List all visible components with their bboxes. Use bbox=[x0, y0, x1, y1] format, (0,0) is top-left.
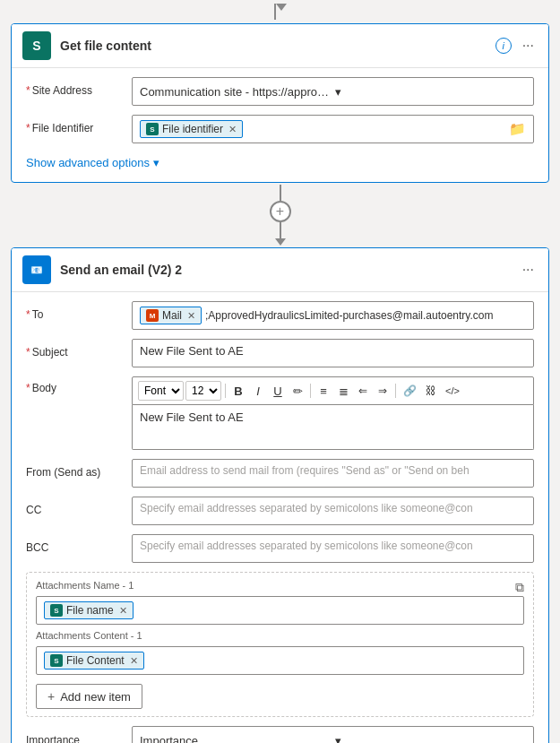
toolbar-divider-2 bbox=[310, 384, 311, 398]
to-row: *To M Mail ✕ ;ApprovedHydraulicsLimited-… bbox=[26, 301, 534, 330]
body-toolbar: Font 12 B I U ✏ ≡ ≣ ⇐ ⇒ 🔗 bbox=[132, 376, 534, 405]
attachments-section: Attachments Name - 1 ⧉ S File name ✕ Att… bbox=[26, 572, 534, 717]
bold-button[interactable]: B bbox=[229, 381, 247, 401]
importance-row: Importance Importance ▾ bbox=[26, 726, 534, 743]
get-file-content-body: *Site Address Communication site - https… bbox=[12, 68, 548, 182]
bcc-field[interactable]: Specify email addresses separated by sem… bbox=[132, 534, 534, 563]
remove-file-content-token-button[interactable]: ✕ bbox=[130, 655, 138, 667]
from-control: Email address to send mail from (require… bbox=[132, 459, 534, 488]
file-name-token-icon: S bbox=[50, 604, 63, 617]
header-actions: i ··· bbox=[495, 36, 538, 56]
to-email-text: ;ApprovedHydraulicsLimited-purchases@mai… bbox=[205, 309, 493, 322]
connector-line-2 bbox=[280, 185, 281, 201]
subject-field[interactable]: New File Sent to AE bbox=[132, 339, 534, 367]
sharepoint-icon: S bbox=[22, 31, 51, 60]
chevron-down-icon: ▾ bbox=[153, 156, 159, 169]
add-icon: + bbox=[47, 689, 55, 704]
unlink-button[interactable]: ⛓ bbox=[422, 381, 440, 401]
attachments-name-label: Attachments Name - 1 ⧉ bbox=[36, 580, 524, 591]
add-connector: + bbox=[0, 183, 560, 247]
cc-control: Specify email addresses separated by sem… bbox=[132, 497, 534, 525]
remove-mail-token-button[interactable]: ✕ bbox=[187, 310, 195, 322]
font-size-selector[interactable]: 12 bbox=[185, 381, 221, 401]
italic-button[interactable]: I bbox=[249, 381, 267, 401]
site-address-chevron: ▾ bbox=[335, 85, 527, 99]
bcc-label: BCC bbox=[26, 534, 125, 554]
underline-button[interactable]: U bbox=[269, 381, 287, 401]
send-email-header: 📧 Send an email (V2) 2 ··· bbox=[12, 248, 548, 292]
attachments-copy-icon[interactable]: ⧉ bbox=[515, 580, 524, 595]
toolbar-divider-1 bbox=[225, 384, 226, 398]
importance-label: Importance bbox=[26, 734, 125, 743]
cc-label: CC bbox=[26, 497, 125, 516]
send-email-header-actions: ··· bbox=[519, 260, 538, 280]
bcc-control: Specify email addresses separated by sem… bbox=[132, 534, 534, 563]
cc-row: CC Specify email addresses separated by … bbox=[26, 497, 534, 525]
subject-control: New File Sent to AE bbox=[132, 339, 534, 367]
mail-token: M Mail ✕ bbox=[140, 307, 202, 324]
body-text-area[interactable]: New File Sent to AE bbox=[132, 405, 534, 450]
arrow-down-icon-2 bbox=[275, 238, 286, 246]
send-email-more-options-button[interactable]: ··· bbox=[519, 260, 538, 280]
outlook-icon: 📧 bbox=[22, 255, 51, 284]
file-identifier-control: S File identifier ✕ 📁 bbox=[132, 115, 534, 143]
send-email-title: Send an email (V2) 2 bbox=[60, 263, 510, 277]
add-new-item-button[interactable]: + Add new item bbox=[36, 684, 142, 709]
body-control: Font 12 B I U ✏ ≡ ≣ ⇐ ⇒ 🔗 bbox=[132, 376, 534, 450]
from-field[interactable]: Email address to send mail from (require… bbox=[132, 459, 534, 488]
connector-line-3 bbox=[280, 222, 281, 238]
get-file-content-title: Get file content bbox=[60, 39, 487, 53]
top-connector bbox=[0, 0, 560, 23]
folder-icon[interactable]: 📁 bbox=[509, 121, 526, 137]
get-file-content-card: S Get file content i ··· *Site Address C… bbox=[11, 23, 549, 183]
body-label: *Body bbox=[26, 376, 125, 394]
more-options-button[interactable]: ··· bbox=[519, 36, 538, 56]
unordered-list-button[interactable]: ≡ bbox=[314, 381, 332, 401]
send-email-body: *To M Mail ✕ ;ApprovedHydraulicsLimited-… bbox=[12, 292, 548, 743]
site-address-row: *Site Address Communication site - https… bbox=[26, 77, 534, 106]
attachments-content-label: Attachments Content - 1 bbox=[36, 630, 524, 641]
add-step-button[interactable]: + bbox=[270, 201, 291, 222]
attachments-name-field[interactable]: S File name ✕ bbox=[36, 596, 524, 625]
cc-field[interactable]: Specify email addresses separated by sem… bbox=[132, 497, 534, 525]
send-email-card: 📧 Send an email (V2) 2 ··· *To M Mail ✕ … bbox=[11, 247, 549, 743]
indent-decrease-button[interactable]: ⇐ bbox=[354, 381, 372, 401]
body-row: *Body Font 12 B I U ✏ ≡ ≣ bbox=[26, 376, 534, 450]
remove-file-identifier-button[interactable]: ✕ bbox=[228, 124, 237, 135]
file-content-token: S File Content ✕ bbox=[44, 652, 144, 670]
ordered-list-button[interactable]: ≣ bbox=[334, 381, 352, 401]
remove-file-name-token-button[interactable]: ✕ bbox=[119, 605, 127, 617]
get-file-content-header: S Get file content i ··· bbox=[12, 24, 548, 68]
subject-label: *Subject bbox=[26, 339, 125, 359]
site-address-control: Communication site - https://approvedhyd… bbox=[132, 77, 534, 106]
file-identifier-token: S File identifier ✕ bbox=[140, 120, 243, 138]
from-label: From (Send as) bbox=[26, 459, 125, 479]
toolbar-divider-3 bbox=[395, 384, 396, 398]
file-identifier-label: *File Identifier bbox=[26, 115, 125, 134]
token-sharepoint-icon: S bbox=[146, 123, 159, 135]
site-address-label: *Site Address bbox=[26, 77, 125, 97]
indent-increase-button[interactable]: ⇒ bbox=[374, 381, 392, 401]
pen-button[interactable]: ✏ bbox=[289, 381, 306, 401]
arrow-down-icon bbox=[276, 4, 287, 11]
file-identifier-row: *File Identifier S File identifier ✕ 📁 bbox=[26, 115, 534, 143]
info-icon[interactable]: i bbox=[495, 38, 512, 54]
file-name-token: S File name ✕ bbox=[44, 601, 134, 619]
attachments-content-field[interactable]: S File Content ✕ bbox=[36, 646, 524, 675]
link-button[interactable]: 🔗 bbox=[400, 381, 420, 401]
file-identifier-field[interactable]: S File identifier ✕ 📁 bbox=[132, 115, 534, 143]
file-content-token-icon: S bbox=[50, 654, 63, 667]
show-advanced-options-link[interactable]: Show advanced options ▾ bbox=[26, 156, 159, 169]
outlook-letter: 📧 bbox=[30, 264, 43, 276]
to-label: *To bbox=[26, 301, 125, 321]
to-field[interactable]: M Mail ✕ ;ApprovedHydraulicsLimited-purc… bbox=[132, 301, 534, 330]
font-selector[interactable]: Font bbox=[138, 381, 184, 401]
importance-control: Importance ▾ bbox=[132, 726, 534, 743]
to-control: M Mail ✕ ;ApprovedHydraulicsLimited-purc… bbox=[132, 301, 534, 330]
site-address-dropdown[interactable]: Communication site - https://approvedhyd… bbox=[132, 77, 534, 106]
from-row: From (Send as) Email address to send mai… bbox=[26, 459, 534, 488]
code-button[interactable]: </> bbox=[442, 381, 463, 401]
mail-token-icon: M bbox=[146, 309, 159, 322]
importance-dropdown[interactable]: Importance ▾ bbox=[132, 726, 534, 743]
importance-chevron: ▾ bbox=[335, 734, 527, 744]
